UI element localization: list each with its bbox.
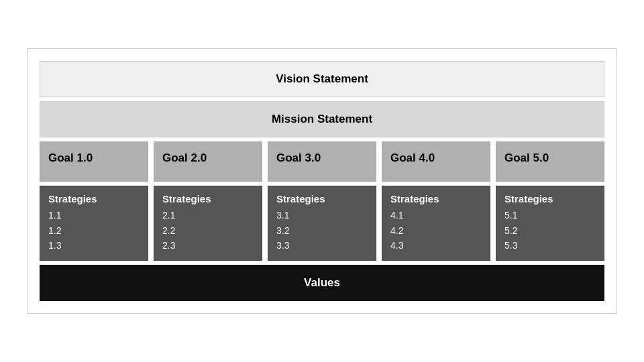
goal-cell-1: Goal 1.0 — [40, 141, 148, 182]
strategy-title-5: Strategies — [504, 193, 553, 204]
strategy-title-1: Strategies — [48, 193, 97, 204]
mission-row: Mission Statement — [40, 101, 604, 137]
strategy-item-4-1: 4.1 — [390, 208, 482, 223]
strategy-item-3-3: 3.3 — [276, 238, 368, 253]
strategy-items-4: 4.1 4.2 4.3 — [390, 208, 482, 253]
strategy-item-3-2: 3.2 — [276, 223, 368, 238]
strategy-items-3: 3.1 3.2 3.3 — [276, 208, 368, 253]
strategy-items-2: 2.1 2.2 2.3 — [162, 208, 254, 253]
values-row: Values — [40, 265, 604, 301]
strategy-cell-1: Strategies 1.1 1.2 1.3 — [40, 186, 148, 260]
strategy-items-5: 5.1 5.2 5.3 — [504, 208, 596, 253]
vision-row: Vision Statement — [40, 61, 604, 97]
strategy-item-1-2: 1.2 — [48, 223, 140, 238]
strategy-title-2: Strategies — [162, 193, 211, 204]
strategy-item-3-1: 3.1 — [276, 208, 368, 223]
mission-label: Mission Statement — [272, 113, 372, 125]
goal-cell-4: Goal 4.0 — [382, 141, 490, 182]
goal-cell-2: Goal 2.0 — [154, 141, 262, 182]
strategy-cell-4: Strategies 4.1 4.2 4.3 — [382, 186, 490, 260]
strategy-item-5-2: 5.2 — [504, 223, 596, 238]
strategy-cell-2: Strategies 2.1 2.2 2.3 — [154, 186, 262, 260]
goal-label-5: Goal 5.0 — [504, 152, 549, 164]
goal-label-2: Goal 2.0 — [162, 152, 207, 164]
goal-label-3: Goal 3.0 — [276, 152, 321, 164]
strategies-row: Strategies 1.1 1.2 1.3 Strategies 2.1 2.… — [40, 186, 604, 260]
goals-row: Goal 1.0 Goal 2.0 Goal 3.0 Goal 4.0 Goal… — [40, 141, 604, 182]
strategy-cell-3: Strategies 3.1 3.2 3.3 — [268, 186, 376, 260]
vision-label: Vision Statement — [276, 72, 368, 85]
strategy-item-4-2: 4.2 — [390, 223, 482, 238]
strategy-title-3: Strategies — [276, 193, 325, 204]
strategy-items-1: 1.1 1.2 1.3 — [48, 208, 140, 253]
strategy-item-1-1: 1.1 — [48, 208, 140, 223]
goal-cell-3: Goal 3.0 — [268, 141, 376, 182]
strategy-item-4-3: 4.3 — [390, 238, 482, 253]
values-label: Values — [304, 276, 340, 289]
goal-cell-5: Goal 5.0 — [496, 141, 604, 182]
diagram-container: Vision Statement Mission Statement Goal … — [27, 48, 617, 313]
goal-label-4: Goal 4.0 — [390, 152, 435, 164]
strategy-item-5-1: 5.1 — [504, 208, 596, 223]
strategy-cell-5: Strategies 5.1 5.2 5.3 — [496, 186, 604, 260]
strategy-item-1-3: 1.3 — [48, 238, 140, 253]
strategy-item-5-3: 5.3 — [504, 238, 596, 253]
goal-label-1: Goal 1.0 — [48, 152, 93, 164]
strategy-item-2-2: 2.2 — [162, 223, 254, 238]
strategy-item-2-3: 2.3 — [162, 238, 254, 253]
strategy-title-4: Strategies — [390, 193, 439, 204]
strategy-item-2-1: 2.1 — [162, 208, 254, 223]
